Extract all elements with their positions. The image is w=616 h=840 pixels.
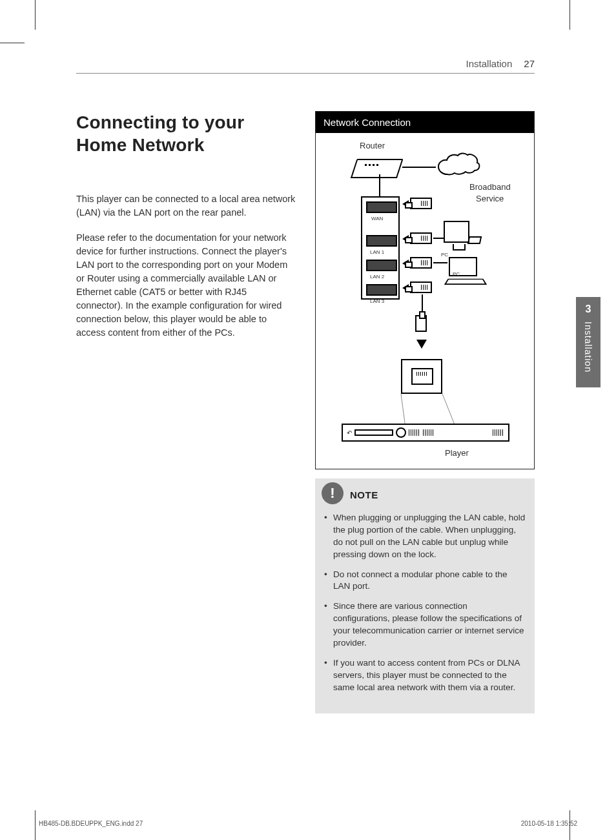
rj45-plug-icon: [415, 315, 427, 332]
right-column: Network Connection Router Broadband Serv…: [315, 111, 535, 713]
note-list: When plugging or unplugging the LAN cabl…: [324, 512, 526, 694]
player-rear-icon: ↶: [342, 424, 509, 442]
note-box: ! NOTE When plugging or unplugging the L…: [315, 478, 535, 713]
note-item: If you want to access content from PCs o…: [324, 657, 526, 694]
router-icon: [352, 159, 403, 173]
pc-label-2: PC: [453, 271, 460, 277]
note-icon: !: [322, 482, 344, 504]
intro-paragraph: This player can be connected to a local …: [76, 192, 296, 220]
lan3-label: LAN 3: [370, 298, 384, 304]
cable-icon: [410, 198, 432, 209]
crop-mark: [35, 810, 36, 840]
page-header: Installation 27: [76, 58, 535, 74]
cable-icon: [410, 257, 432, 269]
player-label: Player: [445, 448, 469, 458]
wan-label: WAN: [371, 216, 383, 221]
cloud-icon: [436, 152, 481, 182]
page-number: 27: [524, 58, 535, 69]
lan1-port: [366, 235, 397, 247]
wire: [379, 174, 380, 196]
crop-mark: [0, 43, 25, 43]
crop-mark: [35, 0, 36, 30]
wire: [433, 262, 447, 263]
wan-port: [366, 201, 397, 213]
network-diagram: Network Connection Router Broadband Serv…: [315, 111, 535, 469]
wire: [402, 167, 436, 168]
broadband-label-1: Broadband: [469, 182, 511, 192]
chapter-label: Installation: [583, 322, 593, 373]
lan2-port: [366, 260, 397, 271]
crop-mark: [570, 0, 570, 30]
left-column: Connecting to your Home Network This pla…: [76, 111, 296, 713]
cable-icon: [410, 282, 432, 293]
page-content: Installation 27 Connecting to your Home …: [76, 58, 535, 713]
source-file: HB485-DB.BDEUPPK_ENG.indd 27: [39, 820, 143, 827]
instruction-paragraph: Please refer to the documentation for yo…: [76, 231, 296, 340]
page-title: Connecting to your Home Network: [76, 111, 296, 156]
diagram-title: Network Connection: [316, 112, 534, 133]
note-item: Do not connect a modular phone cable to …: [324, 569, 526, 593]
note-item: Since there are various connection confi…: [324, 600, 526, 650]
router-leds: [365, 164, 378, 166]
pc-icon: [444, 221, 469, 243]
broadband-label-2: Service: [476, 194, 504, 203]
section-name: Installation: [466, 58, 513, 69]
lan2-label: LAN 2: [370, 274, 384, 280]
switch-icon: [361, 196, 400, 300]
pc-label-1: PC: [441, 252, 448, 258]
print-timestamp: 2010-05-18 1:35:52: [521, 820, 577, 827]
lan3-port: [366, 284, 397, 296]
diagram-body: Router Broadband Service: [316, 133, 534, 469]
print-footer: HB485-DB.BDEUPPK_ENG.indd 27 2010-05-18 …: [39, 820, 577, 827]
cable-icon: [410, 232, 432, 244]
router-label: Router: [360, 141, 385, 150]
player-lan-port-icon: [401, 359, 442, 394]
note-title: NOTE: [350, 489, 378, 500]
down-arrow-icon: [416, 340, 427, 349]
chapter-number: 3: [586, 303, 591, 315]
lan1-label: LAN 1: [370, 249, 384, 255]
note-item: When plugging or unplugging the LAN cabl…: [324, 512, 526, 561]
chapter-tab: 3 Installation: [576, 297, 601, 387]
keyboard-icon: [467, 236, 482, 244]
